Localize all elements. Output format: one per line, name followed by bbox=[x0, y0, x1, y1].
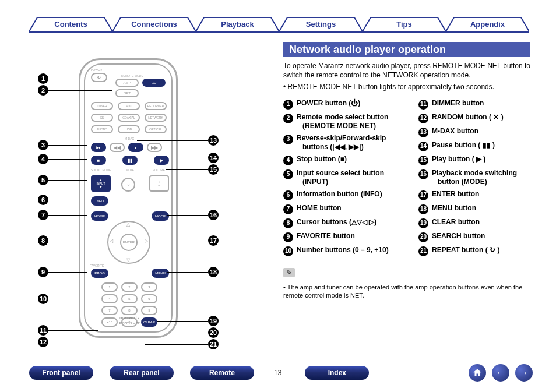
favorite-label: FAVORITE bbox=[90, 264, 104, 267]
callout-12: 12 bbox=[38, 337, 48, 347]
pause-btn: ▮▮ bbox=[122, 156, 138, 165]
key-7: 7 bbox=[101, 306, 118, 315]
key-9: 9 bbox=[141, 306, 157, 315]
legend-item: 19CLEAR button bbox=[418, 218, 540, 228]
mdax-btn: • bbox=[128, 143, 143, 152]
tab-tips[interactable]: Tips bbox=[363, 17, 446, 31]
next-page-icon[interactable]: → bbox=[515, 364, 533, 382]
tab-connections[interactable]: Connections bbox=[112, 17, 196, 31]
callout-4: 4 bbox=[38, 154, 48, 164]
remote-mode-net: NET bbox=[115, 89, 139, 97]
dpad: ENTER △ ▽ ◁ ▷ bbox=[107, 221, 150, 264]
callout-19: 19 bbox=[208, 316, 219, 326]
callout-20: 20 bbox=[208, 327, 219, 338]
legend-item: 3Reverse-skip/Forward-skipbuttons (|◀◀, … bbox=[283, 134, 404, 151]
src-phono: PHONO bbox=[91, 125, 113, 133]
legend-item: 15Play button ( ▶ ) bbox=[418, 155, 540, 165]
rewind: ◀◀ bbox=[110, 143, 125, 152]
legend-item: 14Pause button ( ▮▮ ) bbox=[418, 141, 540, 151]
top-tabs: Contents Connections Playback Settings T… bbox=[29, 17, 529, 31]
btn-front-panel[interactable]: Front panel bbox=[29, 366, 93, 380]
remote-mode-cd: CD bbox=[142, 79, 166, 87]
callout-2: 2 bbox=[38, 85, 48, 96]
btn-index[interactable]: Index bbox=[305, 366, 369, 380]
bullet-remote-mode: • REMOTE MODE NET button lights for appr… bbox=[283, 83, 530, 91]
callout-9: 9 bbox=[38, 267, 48, 277]
callout-21: 21 bbox=[208, 339, 219, 349]
mute-label: MUTE bbox=[126, 168, 134, 172]
callout-7: 7 bbox=[38, 210, 48, 220]
volume-label: VOLUME bbox=[153, 168, 165, 172]
tab-appendix[interactable]: Appendix bbox=[446, 17, 529, 31]
src-coaxial: COAXIAL bbox=[118, 114, 140, 122]
home-icon[interactable] bbox=[469, 364, 486, 382]
intro-text: To operate Marantz network audio player,… bbox=[283, 61, 530, 80]
btn-rear-panel[interactable]: Rear panel bbox=[110, 366, 174, 380]
power-button: ⏻ bbox=[91, 73, 107, 82]
callout-14: 14 bbox=[208, 153, 219, 163]
src-tuner: TUNER bbox=[91, 102, 113, 110]
callout-5: 5 bbox=[38, 175, 48, 185]
legend-item: 9FAVORITE button bbox=[283, 232, 404, 242]
note-icon: ✎ bbox=[283, 268, 295, 277]
fast-forward: ▶▶ bbox=[147, 143, 162, 152]
skip-back: ⏮ bbox=[91, 143, 106, 152]
callout-15: 15 bbox=[208, 164, 219, 175]
callout-11: 11 bbox=[38, 325, 48, 336]
btn-remote[interactable]: Remote bbox=[190, 366, 254, 380]
legend-item: 20SEARCH button bbox=[418, 232, 540, 242]
volume-rocker: +− bbox=[149, 175, 169, 192]
stop-btn: ■ bbox=[91, 156, 106, 165]
legend-item: 21REPEAT button ( ↻ ) bbox=[418, 246, 540, 256]
key-5: 5 bbox=[121, 294, 138, 303]
menu-btn: MENU bbox=[152, 269, 169, 278]
callout-10: 10 bbox=[38, 294, 48, 304]
section-title: Network audio player operation bbox=[283, 42, 530, 57]
callout-17: 17 bbox=[208, 235, 219, 246]
info-btn: INFO bbox=[91, 196, 108, 206]
remote-mode-label: REMOTE MODE bbox=[121, 74, 143, 77]
src-optical: OPTICAL bbox=[145, 125, 167, 133]
top-rule bbox=[29, 31, 529, 33]
key-6: 6 bbox=[141, 294, 157, 303]
legend-item: 4Stop button (■) bbox=[283, 155, 404, 165]
legend-item: 6Information button (INFO) bbox=[283, 190, 404, 200]
legend-columns: 1POWER button (⏻)2Remote mode select but… bbox=[283, 99, 540, 260]
prog-btn: PROG bbox=[91, 269, 108, 278]
brand-text: marantzRC001PMCD bbox=[80, 315, 180, 326]
legend-item: 5Input source select button(INPUT) bbox=[283, 169, 404, 186]
tab-playback[interactable]: Playback bbox=[196, 17, 279, 31]
callout-8: 8 bbox=[38, 235, 48, 246]
remote-mode-amp: AMP bbox=[115, 79, 139, 87]
key-2: 2 bbox=[121, 282, 138, 292]
src-network: NETWORK bbox=[145, 114, 167, 122]
tab-contents[interactable]: Contents bbox=[29, 17, 112, 31]
note-text: The amp and tuner can be operated with t… bbox=[283, 283, 528, 300]
legend-item: 16Playback mode switchingbutton (MODE) bbox=[418, 169, 540, 186]
callout-6: 6 bbox=[38, 195, 48, 205]
legend-item: 12RANDOM button ( ✕ ) bbox=[418, 113, 540, 123]
src-usb: USB bbox=[118, 125, 140, 133]
tab-settings[interactable]: Settings bbox=[279, 17, 363, 31]
mode-btn: MODE bbox=[152, 211, 169, 221]
legend-item: 18MENU button bbox=[418, 204, 540, 214]
prev-page-icon[interactable]: ← bbox=[492, 364, 509, 382]
key-8: 8 bbox=[121, 306, 138, 315]
legend-item: 11DIMMER button bbox=[418, 99, 540, 110]
legend-item: 8Cursor buttons (△▽◁ ▷) bbox=[283, 218, 404, 228]
legend-item: 7HOME button bbox=[283, 204, 404, 214]
legend-item: 10Number buttons (0 – 9, +10) bbox=[283, 246, 404, 256]
enter-btn: ENTER bbox=[120, 234, 138, 251]
key-4: 4 bbox=[101, 294, 118, 303]
callout-16: 16 bbox=[208, 210, 219, 220]
legend-item: 1POWER button (⏻) bbox=[283, 99, 404, 110]
legend-item: 17ENTER button bbox=[418, 190, 540, 200]
key-1: 1 bbox=[101, 282, 118, 292]
src-cd: CD bbox=[91, 114, 113, 122]
callout-3: 3 bbox=[38, 140, 48, 150]
src-aux: AUX bbox=[118, 102, 140, 110]
legend-item: 2Remote mode select button(REMOTE MODE N… bbox=[283, 113, 404, 130]
remote-diagram: ⏻ POWER REMOTE MODE AMP CD NET TUNER AUX… bbox=[79, 58, 178, 344]
callout-18: 18 bbox=[208, 267, 219, 277]
src-recorder: RECORDER bbox=[145, 102, 167, 110]
